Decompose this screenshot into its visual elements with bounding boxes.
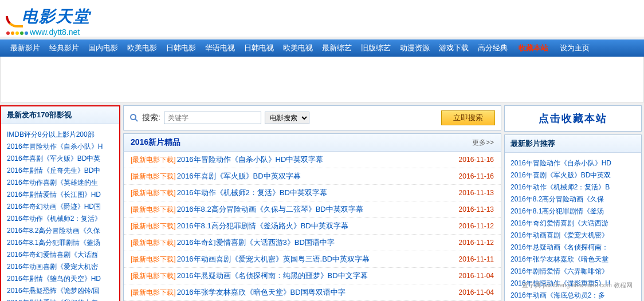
- list-item[interactable]: 2016年8.2高分冒险动画《久保: [511, 193, 635, 205]
- news-tag: [最新电影下载]: [131, 155, 176, 165]
- news-link[interactable]: 2016年8.2高分冒险动画《久保与二弦琴》BD中英双字幕: [177, 204, 454, 215]
- search-icon: [129, 113, 139, 122]
- list-item[interactable]: 2016年动作《机械师2：复活》B: [511, 181, 635, 193]
- latest-release-panel: 最新发布170部影视 IMDB评分8分以上影片200部2016年冒险动作《自杀小…: [0, 105, 120, 301]
- nav-item[interactable]: 旧版综艺: [356, 39, 395, 57]
- nav-items: 最新影片经典影片国内电影欧美电影日韩电影华语电视日韩电视欧美电视最新综艺旧版综艺…: [6, 44, 512, 52]
- list-item: [最新电影下载]2016年奇幻爱情喜剧《大话西游3》BD国语中字2016-11-…: [124, 235, 501, 251]
- news-tag: [最新电影下载]: [131, 172, 176, 181]
- list-item[interactable]: 2016年张学友林嘉欣《暗色天堂: [511, 254, 635, 266]
- list-item[interactable]: 2016年8.1高分犯罪剧情《釜汤: [511, 205, 635, 217]
- news-link[interactable]: 2016年冒险动作《自杀小队》HD中英双字幕: [177, 155, 454, 165]
- list-item[interactable]: 2016年悬疑动画《名侦探柯南：: [511, 241, 635, 254]
- recommend-title: 最新影片推荐: [505, 135, 641, 153]
- search-bar: 搜索: 电影搜索 立即搜索: [123, 105, 501, 130]
- nav-item[interactable]: 欧美电视: [278, 39, 317, 57]
- list-item[interactable]: 2016年冒险动作《自杀小队》HD: [511, 157, 635, 169]
- list-item[interactable]: 2016年剧情爱情《六弄咖啡馆》: [511, 266, 635, 278]
- news-date: 2016-11-16: [459, 156, 494, 164]
- nav-item[interactable]: 国内电影: [84, 39, 123, 57]
- search-input[interactable]: [164, 112, 261, 124]
- list-item[interactable]: 2016年动作喜剧《英雄迷的生: [7, 177, 113, 189]
- news-link[interactable]: 2016年张学友林嘉欣《暗色天堂》BD国粤双语中字: [177, 287, 454, 298]
- list-item[interactable]: 2016年冒险动作《自杀小队》H: [7, 141, 113, 153]
- list-item[interactable]: 2016年动画喜剧《爱宠大机密: [7, 261, 113, 273]
- nav-item[interactable]: 华语电视: [201, 39, 239, 57]
- header: 电影天堂 www.dytt8.net: [0, 0, 644, 37]
- list-item[interactable]: 2016年奇幻爱情喜剧《大话西游: [511, 217, 635, 229]
- svg-line-1: [135, 119, 138, 121]
- nav-item[interactable]: 日韩电影: [162, 39, 201, 57]
- list-item[interactable]: 2016年剧情爱情《长江图》HD: [7, 189, 113, 201]
- list-item[interactable]: 2016年剧情爱情《我们的十年: [7, 297, 113, 301]
- list-item: [最新电影下载]2016年8.2高分冒险动画《久保与二弦琴》BD中英双字幕201…: [124, 201, 501, 218]
- list-item: [最新电影下载]2016年动作《机械师2：复活》BD中英双字幕2016-11-1…: [124, 185, 501, 201]
- latest-release-list: IMDB评分8分以上影片200部2016年冒险动作《自杀小队》H2016年喜剧《…: [1, 124, 119, 301]
- news-tag: [最新电影下载]: [131, 188, 176, 198]
- list-item[interactable]: 2016年奇幻爱情喜剧《大话西: [7, 249, 113, 261]
- news-date: 2016-11-12: [459, 222, 494, 230]
- list-item[interactable]: 2016年剧情《雏鸟的天空》HD: [7, 273, 113, 285]
- news-tag: [最新电影下载]: [131, 255, 176, 264]
- list-item[interactable]: 2016年8.2高分冒险动画《久保: [7, 225, 113, 237]
- site-logo[interactable]: 电影天堂 www.dytt8.net: [6, 6, 91, 37]
- list-item[interactable]: 2016年奇幻动画《爵迹》HD国: [7, 201, 113, 213]
- bookmark-text: 点击收藏本站: [539, 113, 607, 124]
- list-item[interactable]: 2016年喜剧《军火贩》BD中英双: [511, 169, 635, 181]
- list-item[interactable]: 2016年动画喜剧《爱宠大机密》: [511, 229, 635, 241]
- list-item[interactable]: 2016年动作《机械师2：复活》: [7, 213, 113, 225]
- search-label: 搜索:: [142, 113, 160, 123]
- list-item[interactable]: 2016年剧情《丘奇先生》BD中: [7, 165, 113, 177]
- news-link[interactable]: 2016年动画喜剧《爱宠大机密》英国粤三语.BD中英双字幕: [177, 254, 454, 264]
- new-picks-header: 2016新片精品 更多>>: [123, 133, 501, 152]
- nav-item[interactable]: 经典影片: [45, 39, 84, 57]
- list-item[interactable]: IMDB评分8分以上影片200部: [7, 129, 113, 141]
- search-category-select[interactable]: 电影搜索: [265, 112, 309, 124]
- nav-bookmark[interactable]: 收藏本站: [514, 39, 553, 57]
- nav-item[interactable]: 最新影片: [6, 39, 45, 57]
- list-item: [最新电影下载]2016年冒险动作《自杀小队》HD中英双字幕2016-11-16: [124, 152, 501, 168]
- nav-item[interactable]: 欧美电影: [123, 39, 162, 57]
- news-tag: [最新电影下载]: [131, 288, 176, 298]
- news-link[interactable]: 2016年动作《机械师2：复活》BD中英双字幕: [177, 188, 454, 198]
- news-date: 2016-11-12: [459, 239, 494, 247]
- list-item[interactable]: 2016年8.1高分犯罪剧情《釜汤: [7, 237, 113, 249]
- bookmark-panel[interactable]: 点击收藏本站: [504, 105, 642, 132]
- list-item: [最新电影下载]2016年8.1高分犯罪剧情《釜汤路火》BD中英双字幕2016-…: [124, 218, 501, 235]
- news-tag: [最新电影下载]: [131, 221, 176, 231]
- news-tag: [最新电影下载]: [131, 271, 176, 281]
- news-date: 2016-11-11: [459, 255, 494, 263]
- search-button[interactable]: 立即搜索: [441, 110, 495, 125]
- svg-point-0: [131, 114, 136, 120]
- nav-item[interactable]: 高分经典: [473, 39, 512, 57]
- recommend-panel: 最新影片推荐 2016年冒险动作《自杀小队》HD2016年喜剧《军火贩》BD中英…: [504, 134, 642, 301]
- nav-item[interactable]: 游戏下载: [434, 39, 473, 57]
- list-item[interactable]: 2016年动画《海底总动员2：多: [511, 290, 635, 301]
- news-date: 2016-11-13: [459, 205, 494, 213]
- latest-release-title: 最新发布170部影视: [1, 106, 119, 124]
- list-item: [最新电影下载]2016年悬疑动画《名侦探柯南：纯黑的噩梦》BD中文字幕2016…: [124, 268, 501, 284]
- news-link[interactable]: 2016年悬疑动画《名侦探柯南：纯黑的噩梦》BD中文字幕: [177, 271, 454, 281]
- ad-banner: [0, 57, 644, 102]
- logo-dots-icon: [6, 27, 29, 37]
- list-item[interactable]: 2016年喜剧《军火贩》BD中英: [7, 153, 113, 165]
- new-picks-more-link[interactable]: 更多>>: [472, 138, 494, 148]
- nav-item[interactable]: 最新综艺: [317, 39, 356, 57]
- list-item: [最新电影下载]2016年张学友林嘉欣《暗色天堂》BD国粤双语中字2016-11…: [124, 284, 501, 301]
- news-date: 2016-11-04: [459, 272, 494, 280]
- list-item[interactable]: 2016年悬疑恐怖《诡梦凶铃/回: [7, 285, 113, 297]
- nav-item[interactable]: 动漫资源: [395, 39, 434, 57]
- news-link[interactable]: 2016年奇幻爱情喜剧《大话西游3》BD国语中字: [177, 237, 454, 248]
- news-tag: [最新电影下载]: [131, 205, 176, 215]
- new-picks-title: 2016新片精品: [131, 137, 180, 148]
- nav-item[interactable]: 日韩电视: [239, 39, 278, 57]
- news-date: 2016-11-13: [459, 189, 494, 197]
- logo-text: 电影天堂: [22, 7, 91, 25]
- news-date: 2016-11-04: [459, 288, 494, 296]
- new-picks-list: [最新电影下载]2016年冒险动作《自杀小队》HD中英双字幕2016-11-16…: [123, 152, 501, 301]
- nav-set-homepage[interactable]: 设为主页: [555, 39, 594, 57]
- news-link[interactable]: 2016年喜剧《军火贩》BD中英双字幕: [177, 171, 454, 181]
- news-link[interactable]: 2016年8.1高分犯罪剧情《釜汤路火》BD中英双字幕: [177, 221, 454, 231]
- logo-url: www.dytt8.net: [6, 27, 91, 37]
- watermark: 查字典 jiaocheng.chazidian.com 教程网: [522, 281, 633, 290]
